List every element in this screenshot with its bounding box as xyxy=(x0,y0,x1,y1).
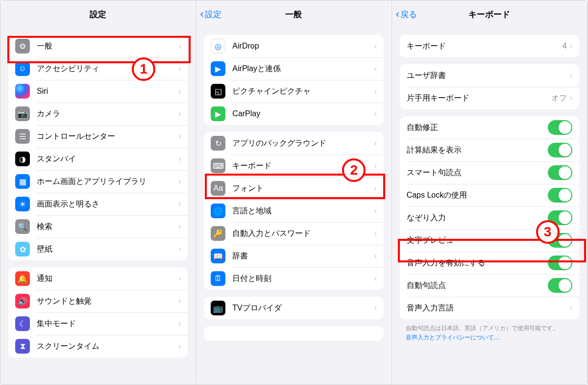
row-label: CarPlay xyxy=(232,109,374,118)
row-label: カメラ xyxy=(37,109,178,119)
keyboard-row[interactable]: Caps Lockの使用 xyxy=(400,184,579,206)
general-row[interactable]: ◎AirDrop› xyxy=(204,35,383,57)
back-button[interactable]: ‹ 戻る xyxy=(396,9,417,20)
settings-row[interactable]: 🔊サウンドと触覚› xyxy=(8,290,188,312)
toggle-switch[interactable] xyxy=(548,210,572,225)
keyboard-row[interactable]: ユーザ辞書› xyxy=(400,64,579,87)
toggle-switch[interactable] xyxy=(548,120,572,135)
chevron-right-icon: › xyxy=(178,87,181,96)
chevron-right-icon: › xyxy=(178,109,181,118)
keyboard-row[interactable]: 音声入力言語› xyxy=(400,297,579,319)
chevron-right-icon: › xyxy=(178,222,181,231)
row-label: スクリーンタイム xyxy=(37,341,178,352)
settings-row[interactable]: ✿壁紙› xyxy=(8,238,188,260)
row-label: キーボード xyxy=(232,161,374,171)
general-row[interactable]: ◱ピクチャインピクチャ› xyxy=(204,80,383,103)
settings-row[interactable]: ◑スタンバイ› xyxy=(8,148,188,170)
chevron-right-icon: › xyxy=(178,342,181,351)
chevron-right-icon: › xyxy=(178,64,181,73)
settings-row[interactable]: ☾集中モード› xyxy=(8,312,188,335)
settings-row[interactable]: ☺アクセシビリティ› xyxy=(8,57,188,80)
airdrop-icon: ◎ xyxy=(211,39,225,53)
background-refresh-icon: ↻ xyxy=(211,136,225,151)
chevron-right-icon: › xyxy=(374,109,376,118)
settings-row[interactable]: Siri› xyxy=(8,80,188,103)
chevron-right-icon: › xyxy=(570,42,572,51)
chevron-left-icon: ‹ xyxy=(200,9,203,20)
keyboard-row[interactable]: 自動句読点 xyxy=(400,274,579,297)
datetime-icon: 🗓 xyxy=(211,271,225,286)
general-row[interactable]: 📺TVプロバイダ› xyxy=(204,297,383,319)
dictionary-icon: 📖 xyxy=(211,249,225,263)
general-row[interactable]: 🗓日付と時刻› xyxy=(204,267,383,290)
toggle-switch[interactable] xyxy=(548,256,572,270)
chevron-right-icon: › xyxy=(374,252,376,260)
keyboard-row[interactable]: キーボード4› xyxy=(400,35,579,57)
row-label: 自動修正 xyxy=(407,123,548,133)
row-label: TVプロバイダ xyxy=(232,303,374,313)
focus-icon: ☾ xyxy=(15,316,30,331)
keyboard-row[interactable]: スマート句読点 xyxy=(400,161,579,184)
row-label: 画面表示と明るさ xyxy=(37,199,178,209)
settings-row[interactable]: 🔔通知› xyxy=(8,267,188,290)
toggle-switch[interactable] xyxy=(548,188,572,203)
general-row[interactable]: 🌐言語と地域› xyxy=(204,200,383,222)
row-label: 集中モード xyxy=(37,319,178,329)
general-row[interactable]: Aaフォント› xyxy=(204,177,383,200)
accessibility-icon: ☺ xyxy=(15,61,30,76)
language-icon: 🌐 xyxy=(211,204,225,218)
row-label: 自動句読点 xyxy=(407,281,548,291)
general-group-4 xyxy=(204,326,383,341)
general-row[interactable]: ▶AirPlayと連係› xyxy=(204,57,383,80)
chevron-right-icon: › xyxy=(374,139,376,148)
chevron-right-icon: › xyxy=(374,42,376,51)
fonts-icon: Aa xyxy=(211,181,225,196)
keyboard-row[interactable]: 自動修正 xyxy=(400,116,579,139)
row-label: コントロールセンター xyxy=(37,131,178,142)
settings-row[interactable]: ▦ホーム画面とアプリライブラリ› xyxy=(8,170,188,193)
row-label: 計算結果を表示 xyxy=(407,145,548,155)
chevron-right-icon: › xyxy=(374,274,376,283)
toggle-switch[interactable] xyxy=(548,165,572,180)
general-row[interactable]: ↻アプリのバックグラウンド› xyxy=(204,132,383,154)
general-row[interactable]: ⌨キーボード› xyxy=(204,154,383,177)
wallpaper-icon: ✿ xyxy=(15,242,30,257)
settings-row[interactable]: ☰コントロールセンター› xyxy=(8,125,188,148)
autofill-icon: 🔑 xyxy=(211,226,225,241)
settings-group-1: ⚙一般›☺アクセシビリティ›Siri›📷カメラ›☰コントロールセンター›◑スタン… xyxy=(8,35,188,260)
toggle-switch[interactable] xyxy=(548,278,572,293)
settings-row[interactable]: 📷カメラ› xyxy=(8,103,188,125)
row-label: アプリのバックグラウンド xyxy=(232,138,374,149)
keyboard-row[interactable]: なぞり入力 xyxy=(400,206,579,229)
carplay-icon: ▶ xyxy=(211,106,225,121)
settings-row[interactable]: 🔍検索› xyxy=(8,215,188,238)
brightness-icon: ☀ xyxy=(15,197,30,211)
notifications-icon: 🔔 xyxy=(15,271,30,286)
settings-row[interactable]: ⧗スクリーンタイム› xyxy=(8,335,188,358)
privacy-link[interactable]: 音声入力とプライバシーについて… xyxy=(406,334,573,342)
general-row[interactable]: 📖辞書› xyxy=(204,245,383,267)
keyboard-row[interactable]: 文字プレビュー xyxy=(400,229,579,252)
general-group-2: ↻アプリのバックグラウンド›⌨キーボード›Aaフォント›🌐言語と地域›🔑自動入力… xyxy=(204,132,383,290)
general-panel: ‹ 設定 一般 ◎AirDrop›▶AirPlayと連係›◱ピクチャインピクチャ… xyxy=(196,0,392,385)
chevron-right-icon: › xyxy=(570,94,572,103)
keyboard-row[interactable]: 片手用キーボードオフ› xyxy=(400,87,579,109)
row-label: 片手用キーボード xyxy=(407,93,551,103)
chevron-right-icon: › xyxy=(374,206,376,215)
chevron-right-icon: › xyxy=(374,87,376,96)
row-label: 文字プレビュー xyxy=(407,235,548,246)
chevron-right-icon: › xyxy=(178,319,181,328)
general-row[interactable]: ▶CarPlay› xyxy=(204,103,383,125)
toggle-switch[interactable] xyxy=(548,233,572,248)
row-label: キーボード xyxy=(407,41,563,51)
back-button[interactable]: ‹ 設定 xyxy=(200,9,221,20)
toggle-switch[interactable] xyxy=(548,143,572,157)
general-row[interactable]: 🔑自動入力とパスワード› xyxy=(204,222,383,245)
settings-row[interactable]: ⚙一般› xyxy=(8,35,188,57)
row-label: Siri xyxy=(37,87,178,96)
keyboard-row[interactable]: 計算結果を表示 xyxy=(400,139,579,161)
settings-row[interactable]: ☀画面表示と明るさ› xyxy=(8,193,188,215)
page-title: キーボード xyxy=(468,9,510,20)
page-title: 一般 xyxy=(285,9,302,20)
keyboard-row[interactable]: 音声入力を有効にする xyxy=(400,252,579,274)
